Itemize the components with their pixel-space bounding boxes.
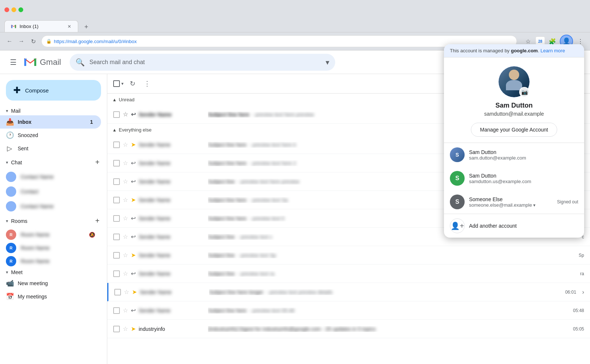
email-star-icon[interactable]: ☆: [124, 288, 129, 295]
email-checkbox[interactable]: [113, 252, 120, 259]
forward-btn[interactable]: →: [16, 36, 27, 46]
chat-contact-1[interactable]: Contact Name: [0, 169, 101, 184]
email-star-icon[interactable]: ☆: [123, 252, 128, 259]
new-tab-btn[interactable]: +: [81, 22, 91, 32]
email-sender: Sender Name: [140, 289, 206, 295]
email-forward-icon: ➤: [131, 325, 136, 332]
sidebar-item-my-meetings[interactable]: 📅 My meetings: [0, 290, 101, 303]
room-name-3: Room Name: [21, 258, 50, 264]
email-star-icon[interactable]: ☆: [123, 111, 128, 118]
email-sender: Sender Name: [139, 234, 205, 240]
chat-contact-3[interactable]: Contact Name: [0, 199, 101, 214]
search-bar[interactable]: 🔍 Search mail and chat ▾: [70, 54, 335, 71]
table-row[interactable]: ☆ ➤ Sender Name Subject line - preview t…: [107, 246, 590, 265]
back-btn[interactable]: ←: [4, 36, 15, 46]
add-room-btn[interactable]: +: [94, 215, 101, 227]
email-sender: Sender Name: [139, 142, 205, 148]
table-row[interactable]: ☆ ➤ Sender Name Subject line here longer…: [107, 283, 590, 301]
room-item-2[interactable]: R Room Name: [0, 241, 101, 255]
email-preview: - preview text preview details: [266, 289, 333, 295]
table-row[interactable]: ☆ ↩ Sender Name Subject line here - prev…: [107, 301, 590, 320]
room-item-3[interactable]: R Room Name: [0, 255, 101, 268]
email-checkbox[interactable]: [114, 289, 121, 295]
chat-contact-2[interactable]: Contact: [0, 184, 101, 199]
sidebar-item-snoozed[interactable]: 🕐 Snoozed: [0, 129, 101, 142]
everything-else-chevron-icon: ▴: [113, 127, 116, 133]
minimize-window-btn[interactable]: [11, 7, 16, 12]
email-star-icon[interactable]: ☆: [123, 141, 128, 148]
rooms-section-toggle[interactable]: ▾ Rooms: [6, 218, 27, 224]
sidebar-item-inbox[interactable]: 📥 Inbox 1: [0, 115, 101, 129]
account-info-2: Sam Dutton samdutton.us@example.com: [469, 173, 578, 184]
sidebar-item-sent[interactable]: ▷ Sent: [0, 142, 101, 155]
email-preview: - preview text 0: [249, 216, 284, 221]
email-star-icon[interactable]: ☆: [123, 160, 128, 167]
chat-section-header: ▾ Chat +: [0, 155, 107, 169]
email-reply-icon: ↩: [131, 160, 136, 167]
email-checkbox[interactable]: [113, 141, 120, 148]
email-star-icon[interactable]: ☆: [123, 270, 128, 277]
search-input[interactable]: Search mail and chat: [89, 59, 321, 66]
email-checkbox[interactable]: [113, 270, 120, 277]
select-dropdown-chevron[interactable]: ▾: [121, 80, 124, 87]
email-star-icon[interactable]: ☆: [123, 307, 128, 314]
email-preview: - preview text here 2: [249, 160, 296, 166]
account-item-2[interactable]: S Sam Dutton samdutton.us@example.com: [444, 167, 584, 190]
email-checkbox[interactable]: [113, 307, 120, 314]
email-checkbox[interactable]: [113, 197, 120, 203]
email-forward-icon: ➤: [131, 252, 136, 259]
refresh-emails-btn[interactable]: ↻: [126, 77, 139, 90]
window-controls: [4, 7, 23, 12]
unread-chevron-icon: ▴: [113, 97, 116, 102]
add-chat-btn[interactable]: +: [94, 157, 101, 168]
account-item-3[interactable]: S Someone Else someone.else@mail.example…: [444, 190, 584, 214]
email-subject: Subject line: [208, 179, 235, 185]
email-checkbox[interactable]: [113, 215, 120, 222]
account-item-1[interactable]: S Sam Dutton sam.dutton@example.com: [444, 143, 584, 167]
maximize-window-btn[interactable]: [18, 7, 23, 12]
email-reply-icon: ↩: [131, 270, 136, 277]
hamburger-menu-btn[interactable]: ☰: [6, 55, 21, 70]
table-row[interactable]: ☆ ➤ industryinfo [Industryinfo] Digest f…: [107, 320, 590, 338]
add-account-icon: 👤+: [450, 218, 465, 233]
refresh-btn[interactable]: ↻: [28, 36, 38, 46]
sidebar-item-new-meeting[interactable]: 📹 New meeting: [0, 277, 101, 290]
unread-label: Unread: [119, 97, 135, 102]
active-tab[interactable]: Inbox (1) ✕: [4, 20, 78, 32]
more-options-btn[interactable]: ⋮: [140, 77, 154, 90]
table-row[interactable]: ☆ ↩ Sender Name Subject line - preview t…: [107, 265, 590, 283]
email-star-icon[interactable]: ☆: [123, 325, 128, 332]
email-checkbox[interactable]: [113, 160, 120, 167]
tab-close-btn[interactable]: ✕: [67, 23, 72, 30]
email-checkbox[interactable]: [113, 111, 120, 118]
expand-icon[interactable]: ›: [582, 289, 584, 295]
email-star-icon[interactable]: ☆: [123, 233, 128, 240]
meet-section-header[interactable]: ▾ Meet: [0, 268, 107, 277]
email-checkbox[interactable]: [113, 326, 120, 332]
profile-photo-container: 📷: [499, 66, 530, 97]
person-add-icon: 👤+: [451, 221, 464, 230]
email-body: Subject line - preview text Sp: [208, 252, 576, 258]
email-checkbox[interactable]: [113, 178, 120, 185]
lock-icon: 🔒: [46, 39, 52, 44]
email-star-icon[interactable]: ☆: [123, 178, 128, 185]
email-body: [Industryinfo] Digest for industryinfo@g…: [208, 326, 570, 332]
compose-btn[interactable]: ✚ Compose: [6, 80, 101, 101]
email-star-icon[interactable]: ☆: [123, 196, 128, 203]
room-item-1[interactable]: R Room Name 🔕: [0, 228, 101, 241]
chat-name-3: Contact Name: [21, 203, 53, 209]
edit-photo-btn[interactable]: 📷: [519, 87, 530, 97]
select-all-checkbox[interactable]: [113, 80, 120, 87]
email-time: 05:05: [573, 326, 584, 332]
search-expand-icon[interactable]: ▾: [326, 58, 329, 67]
add-account-item[interactable]: 👤+ Add another account: [444, 214, 584, 238]
email-checkbox[interactable]: [113, 234, 120, 240]
mail-section-header[interactable]: ▾ Mail: [0, 106, 107, 115]
manage-account-btn[interactable]: Manage your Google Account: [471, 123, 557, 137]
close-window-btn[interactable]: [4, 7, 9, 12]
email-star-icon[interactable]: ☆: [123, 215, 128, 222]
email-sender: Sender Name: [139, 252, 205, 258]
svg-rect-2: [15, 25, 16, 28]
learn-more-link[interactable]: Learn more: [541, 48, 565, 53]
chat-section-toggle[interactable]: ▾ Chat: [6, 160, 22, 165]
